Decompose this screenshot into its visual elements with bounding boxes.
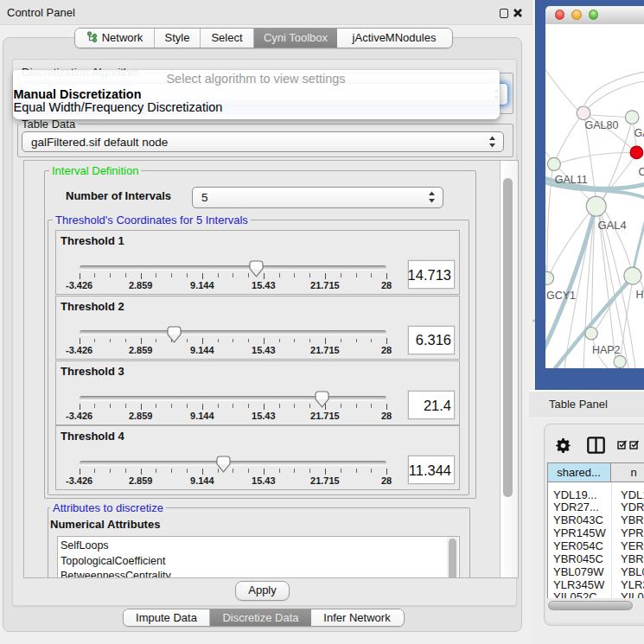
svg-text:GCY1: GCY1 xyxy=(546,289,576,301)
svg-text:GAL80: GAL80 xyxy=(585,119,619,131)
svg-text:HAP2: HAP2 xyxy=(592,343,621,355)
svg-text:GAL11: GAL11 xyxy=(555,173,588,185)
svg-text:GAL4: GAL4 xyxy=(598,218,627,231)
svg-text:C: C xyxy=(638,165,644,177)
svg-text:GA: GA xyxy=(634,126,644,138)
svg-text:H: H xyxy=(635,288,643,300)
